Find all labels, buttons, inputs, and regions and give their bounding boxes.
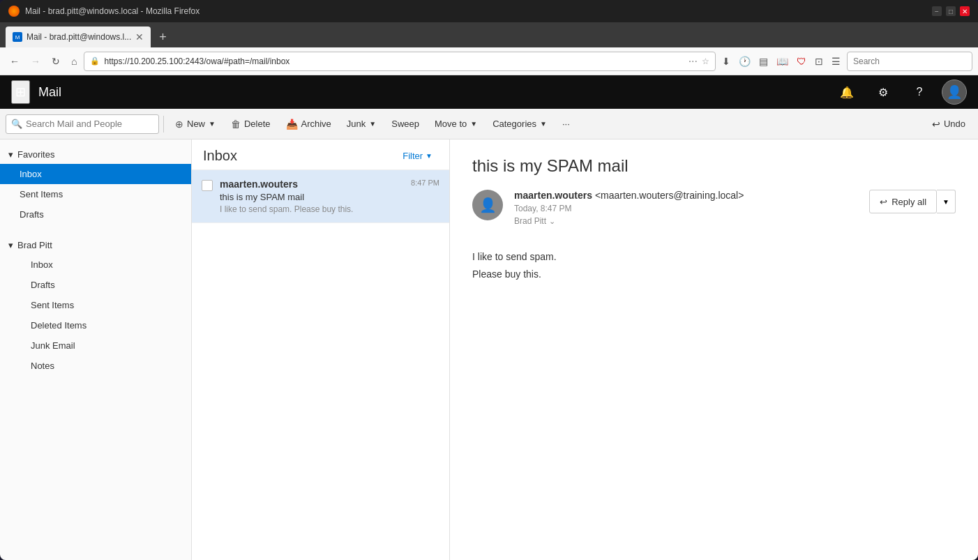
close-button[interactable]: ✕: [960, 6, 970, 16]
email-body: I like to send spam. Please buy this.: [472, 243, 956, 283]
more-button[interactable]: ···: [555, 113, 577, 135]
email-from: maarten.wouters <maarten.wouters@trainin…: [514, 190, 858, 201]
move-to-label: Move to: [435, 119, 467, 129]
maximize-button[interactable]: □: [946, 6, 956, 16]
active-tab[interactable]: M Mail - brad.pitt@windows.l... ✕: [6, 27, 151, 47]
junk-button[interactable]: Junk ▼: [340, 113, 383, 135]
back-button[interactable]: ←: [6, 53, 24, 70]
browser-search-input[interactable]: [847, 52, 972, 71]
firefox-logo: [8, 6, 20, 17]
email-to: Brad Pitt ⌄: [514, 216, 858, 226]
bp-inbox-label: Inbox: [31, 259, 53, 270]
email-pane-header: 👤 maarten.wouters <maarten.wouters@train…: [472, 190, 956, 226]
app-container: ⊞ Mail 🔔 ⚙ ? 👤 🔍 ⊕ New ▼ 🗑 Delete: [0, 75, 978, 560]
email-preview-0: I like to send spam. Please buy this.: [220, 204, 404, 214]
favorites-header[interactable]: ▾ Favorites: [0, 145, 191, 164]
filter-dropdown-icon: ▼: [426, 152, 432, 160]
url-more-button[interactable]: ···: [689, 55, 698, 68]
undo-label: Undo: [944, 119, 965, 129]
sender-avatar: 👤: [472, 190, 503, 220]
sidebar-icon[interactable]: ▤: [755, 53, 772, 70]
home-button[interactable]: ⌂: [67, 53, 81, 70]
title-bar: Mail - brad.pitt@windows.local - Mozilla…: [0, 0, 978, 22]
sidebar-item-favorites-drafts[interactable]: Drafts: [0, 204, 191, 225]
search-mail-input[interactable]: [6, 114, 159, 134]
favorites-collapse-icon: ▾: [8, 149, 13, 160]
reply-all-label: Reply all: [892, 197, 926, 207]
url-bar[interactable]: 🔒 https://10.200.25.100:2443/owa/#path=/…: [84, 52, 716, 71]
undo-button[interactable]: ↩ Undo: [925, 113, 972, 135]
inbox-title: Inbox: [203, 148, 237, 164]
move-to-dropdown-icon[interactable]: ▼: [470, 120, 477, 128]
move-to-button[interactable]: Move to ▼: [428, 113, 484, 135]
from-email: <maarten.wouters@training.local>: [595, 190, 744, 201]
notifications-button[interactable]: 🔔: [833, 78, 861, 106]
email-content-0: maarten.wouters this is my SPAM mail I l…: [220, 179, 404, 214]
archive-label: Archive: [301, 119, 331, 129]
help-button[interactable]: ?: [905, 78, 933, 106]
pocket-icon[interactable]: 📖: [773, 53, 792, 70]
filter-button[interactable]: Filter ▼: [397, 148, 438, 164]
app-grid-button[interactable]: ⊞: [11, 80, 30, 104]
email-reading-pane: this is my SPAM mail 👤 maarten.wouters <…: [450, 139, 978, 560]
tab-close-button[interactable]: ✕: [135, 31, 144, 43]
reply-dropdown-chevron-icon: ▼: [942, 198, 949, 206]
favorites-label: Favorites: [17, 149, 54, 160]
bp-deleted-label: Deleted Items: [31, 320, 86, 331]
minimize-button[interactable]: −: [932, 6, 942, 16]
email-sender-0: maarten.wouters: [220, 179, 404, 190]
lock-icon: 🔒: [90, 56, 100, 66]
to-chevron-icon[interactable]: ⌄: [549, 217, 555, 226]
search-wrapper: 🔍: [6, 114, 159, 134]
new-dropdown-icon[interactable]: ▼: [209, 120, 216, 128]
bookmark-icon[interactable]: ☆: [702, 56, 709, 66]
menu-icon[interactable]: ☰: [828, 53, 844, 70]
from-name: maarten.wouters: [514, 190, 592, 201]
email-subject-0: this is my SPAM mail: [220, 192, 404, 202]
sidebar-item-favorites-sent[interactable]: Sent Items: [0, 184, 191, 204]
user-avatar[interactable]: 👤: [942, 80, 967, 105]
new-tab-button[interactable]: +: [153, 27, 172, 47]
sidebar-item-favorites-inbox[interactable]: Inbox: [0, 164, 191, 184]
bp-drafts-label: Drafts: [31, 280, 55, 290]
categories-label: Categories: [492, 119, 536, 129]
tab-bar: M Mail - brad.pitt@windows.l... ✕ +: [0, 22, 978, 47]
reader-view-icon[interactable]: ⊡: [811, 53, 827, 70]
sidebar-item-bp-notes[interactable]: Notes: [0, 356, 191, 376]
email-item-0[interactable]: maarten.wouters this is my SPAM mail I l…: [192, 170, 449, 223]
archive-button[interactable]: 📥 Archive: [279, 113, 338, 135]
categories-button[interactable]: Categories ▼: [486, 113, 554, 135]
email-date: Today, 8:47 PM: [514, 204, 858, 213]
favorites-section: ▾ Favorites Inbox Sent Items Drafts: [0, 139, 191, 230]
ublock-icon[interactable]: 🛡: [793, 53, 810, 70]
junk-dropdown-icon[interactable]: ▼: [369, 120, 376, 128]
sidebar-item-bp-junk[interactable]: Junk Email: [0, 335, 191, 356]
sidebar-item-bp-deleted[interactable]: Deleted Items: [0, 315, 191, 335]
sidebar-item-bp-drafts[interactable]: Drafts: [0, 275, 191, 295]
download-icon[interactable]: ⬇: [719, 53, 734, 70]
brad-pitt-section: ▾ Brad Pitt Inbox Drafts Sent Items Dele…: [0, 230, 191, 381]
email-subject-heading: this is my SPAM mail: [472, 156, 956, 176]
reply-all-dropdown-button[interactable]: ▼: [937, 190, 956, 213]
bp-junk-label: Junk Email: [31, 340, 75, 351]
settings-button[interactable]: ⚙: [869, 78, 897, 106]
favorites-drafts-label: Drafts: [20, 209, 44, 220]
sidebar-item-bp-inbox[interactable]: Inbox: [0, 255, 191, 275]
categories-dropdown-icon[interactable]: ▼: [540, 120, 547, 128]
delete-button[interactable]: 🗑 Delete: [224, 113, 278, 135]
sidebar-item-bp-sent[interactable]: Sent Items: [0, 295, 191, 315]
tab-title: Mail - brad.pitt@windows.l...: [27, 32, 131, 42]
app-title: Mail: [38, 85, 61, 100]
new-button[interactable]: ⊕ New ▼: [168, 113, 223, 135]
sweep-label: Sweep: [391, 119, 419, 129]
reload-button[interactable]: ↻: [47, 53, 64, 70]
reply-all-button[interactable]: ↩ Reply all: [869, 190, 937, 213]
history-icon[interactable]: 🕐: [735, 53, 754, 70]
brad-pitt-header[interactable]: ▾ Brad Pitt: [0, 236, 191, 255]
email-time-0: 8:47 PM: [411, 179, 439, 187]
forward-button[interactable]: →: [27, 53, 45, 70]
email-body-line1: I like to send spam.: [472, 248, 956, 266]
email-checkbox-0[interactable]: [202, 180, 213, 191]
to-name: Brad Pitt: [514, 216, 546, 226]
sweep-button[interactable]: Sweep: [384, 113, 426, 135]
